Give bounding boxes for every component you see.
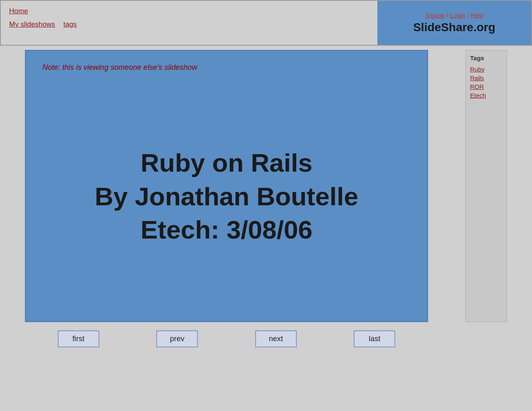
slide-title: Ruby on Rails By Jonathan Boutelle Etech… xyxy=(95,146,358,247)
slide-area: Note: this is viewing someone else's sli… xyxy=(25,50,428,322)
tag-ror[interactable]: ROR xyxy=(470,83,502,90)
tags-heading: Tags xyxy=(470,54,502,62)
slide-title-line2: By Jonathan Boutelle xyxy=(95,182,358,211)
tag-etech[interactable]: Etech xyxy=(470,92,502,99)
last-button[interactable]: last xyxy=(354,330,395,347)
header-left: Home My slideshows tags xyxy=(1,1,377,45)
auth-links: Signup / Login / Help xyxy=(425,12,483,19)
header-right: Signup / Login / Help SlideShare.org xyxy=(377,1,531,45)
login-link[interactable]: Login xyxy=(450,12,466,19)
tag-ruby[interactable]: Ruby xyxy=(470,66,502,73)
header-nav-bottom: My slideshows tags xyxy=(9,20,369,29)
tags-sidebar: Tags Ruby Rails ROR Etech xyxy=(466,50,507,322)
next-button[interactable]: next xyxy=(255,330,297,347)
header-nav-top: Home xyxy=(9,7,369,15)
main-content: Note: this is viewing someone else's sli… xyxy=(0,50,532,347)
brand-title: SlideShare.org xyxy=(413,21,495,34)
note-text: Note: this is viewing someone else's sli… xyxy=(42,63,411,72)
prev-button[interactable]: prev xyxy=(156,330,198,347)
tags-link[interactable]: tags xyxy=(64,20,77,29)
slide-title-line3: Etech: 3/08/06 xyxy=(140,215,313,244)
nav-buttons: first prev next last xyxy=(25,330,428,347)
slideshow-container: Note: this is viewing someone else's sli… xyxy=(25,50,461,347)
home-link[interactable]: Home xyxy=(9,7,28,15)
signup-link[interactable]: Signup xyxy=(425,12,445,19)
slide-title-line1: Ruby on Rails xyxy=(140,148,312,177)
slide-content: Ruby on Rails By Jonathan Boutelle Etech… xyxy=(42,97,411,296)
header: Home My slideshows tags Signup / Login /… xyxy=(0,0,532,46)
first-button[interactable]: first xyxy=(58,330,99,347)
tag-rails[interactable]: Rails xyxy=(470,74,502,81)
help-link[interactable]: Help xyxy=(470,12,483,19)
my-slideshows-link[interactable]: My slideshows xyxy=(9,20,55,29)
